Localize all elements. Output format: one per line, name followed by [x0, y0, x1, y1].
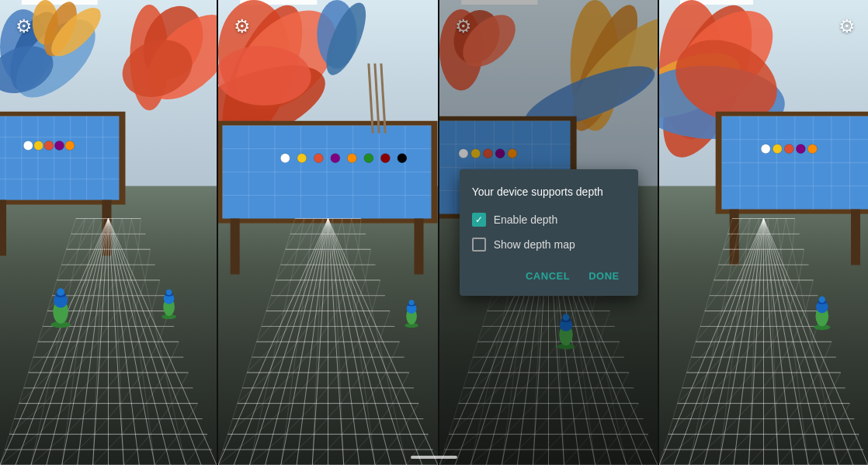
- ar-panel-3: ⚙ Your device supports depth ✓ Enable de…: [439, 0, 658, 465]
- screen-container: ⚙ ⚙ ⚙ Your device supports depth ✓ Enabl…: [0, 0, 868, 465]
- enable-depth-label: Enable depth: [494, 213, 558, 226]
- settings-icon-4[interactable]: ⚙: [838, 16, 856, 37]
- show-depth-map-checkbox[interactable]: [472, 238, 486, 252]
- nav-bar-indicator: [411, 456, 457, 459]
- dialog-title: Your device supports depth: [472, 185, 626, 200]
- divider-1: [217, 0, 218, 465]
- show-depth-map-label: Show depth map: [494, 238, 575, 251]
- ar-panel-4: ⚙: [659, 0, 868, 465]
- enable-depth-option[interactable]: ✓ Enable depth: [472, 213, 626, 227]
- show-depth-map-option[interactable]: Show depth map: [472, 238, 626, 252]
- dialog-actions: CANCEL DONE: [472, 262, 626, 286]
- ar-canvas-2: [218, 0, 438, 465]
- cancel-button[interactable]: CANCEL: [519, 265, 576, 286]
- ar-canvas-4: [659, 0, 868, 465]
- settings-icon-2[interactable]: ⚙: [234, 16, 251, 37]
- settings-icon-1[interactable]: ⚙: [16, 16, 33, 37]
- dialog-box: Your device supports depth ✓ Enable dept…: [460, 169, 638, 296]
- ar-canvas-1: [0, 0, 217, 465]
- ar-panel-1: ⚙: [0, 0, 217, 465]
- ar-panel-2: ⚙: [218, 0, 438, 465]
- done-button[interactable]: DONE: [582, 265, 626, 286]
- enable-depth-checkbox[interactable]: ✓: [472, 213, 486, 227]
- checkmark-icon: ✓: [475, 215, 483, 224]
- dialog-overlay: Your device supports depth ✓ Enable dept…: [439, 0, 658, 465]
- divider-3: [658, 0, 659, 465]
